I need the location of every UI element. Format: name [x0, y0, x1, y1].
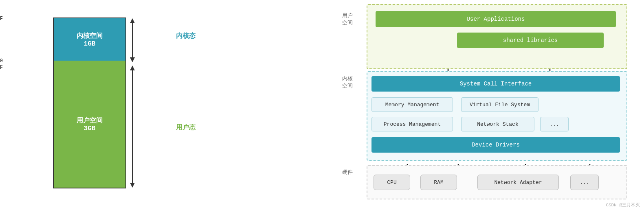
dots-mid-label: ... [549, 121, 559, 127]
hardware-label: 硬件 [342, 169, 353, 176]
kernel-label-cn: 内核空间 [77, 32, 103, 40]
addr-label-top: 0xFFFFFFFF [0, 16, 3, 22]
vfs-block: Virtual File System [461, 97, 538, 112]
svg-marker-1 [130, 18, 135, 23]
addr-label-mid1: 0xC0000000 [0, 58, 3, 64]
addr-label-mid2: 0xBFFFFFFF [0, 65, 3, 70]
state-kernel-label: 内核态 [176, 32, 196, 40]
user-applications-block: User Applications [376, 11, 616, 27]
user-label-size: 3GB [84, 125, 96, 132]
device-drivers-label: Device Drivers [472, 142, 520, 148]
vfs-label: Virtual File System [470, 102, 530, 108]
user-arrow-svg [126, 66, 138, 188]
cpu-block: CPU [374, 175, 410, 190]
network-stack-block: Network Stack [461, 117, 534, 131]
shared-libs-label: shared libraries [503, 37, 558, 44]
syscall-label: System Call Interface [460, 81, 532, 87]
syscall-block: System Call Interface [371, 76, 620, 92]
ram-block: RAM [420, 175, 457, 190]
state-user-label: 用户态 [176, 123, 196, 132]
net-stack-label: Network Stack [477, 121, 518, 127]
svg-marker-5 [130, 183, 135, 188]
process-management-block: Process Management [371, 117, 453, 131]
ram-label: RAM [434, 179, 443, 186]
shared-libraries-block: shared libraries [457, 33, 604, 48]
kernel-label-size: 1GB [84, 40, 96, 48]
user-space-label: 用户空间 [342, 12, 353, 27]
hw-dots-label: ... [580, 179, 589, 186]
left-memory-diagram: 0xFFFFFFFF 0xC0000000 0xBFFFFFFF 0 内核空间 … [12, 9, 200, 205]
network-adapter-block: Network Adapter [477, 175, 559, 190]
proc-mgmt-label: Process Management [384, 121, 441, 127]
hardware-dots-block: ... [570, 175, 599, 190]
kernel-space-label: 内核空间 [342, 75, 353, 90]
user-space-box: User Applications shared libraries [367, 4, 627, 69]
mem-mgmt-label: Memory Management [385, 102, 440, 108]
svg-marker-2 [130, 57, 135, 62]
user-block: 用户空间 3GB [54, 61, 125, 188]
kernel-arrow-svg [126, 18, 138, 62]
user-label-cn: 用户空间 [77, 116, 103, 125]
kernel-space-box: System Call Interface Memory Management … [367, 71, 627, 161]
watermark-text: CSDN @三月不灭 [606, 203, 640, 208]
device-drivers-block: Device Drivers [371, 137, 620, 153]
watermark: CSDN @三月不灭 [606, 202, 640, 208]
user-apps-label: User Applications [467, 16, 525, 22]
network-adapter-label: Network Adapter [494, 179, 542, 186]
kernel-block: 内核空间 1GB [54, 18, 125, 61]
memory-chart: 内核空间 1GB 用户空间 3GB [53, 18, 126, 188]
memory-management-block: Memory Management [371, 97, 453, 112]
svg-marker-4 [130, 66, 135, 70]
dots-middle-block: ... [540, 117, 569, 131]
cpu-label: CPU [387, 179, 396, 186]
hardware-box: CPU RAM Network Adapter ... [367, 165, 627, 199]
right-architecture-diagram: 用户空间 内核空间 硬件 User Applications shared li… [342, 4, 635, 203]
